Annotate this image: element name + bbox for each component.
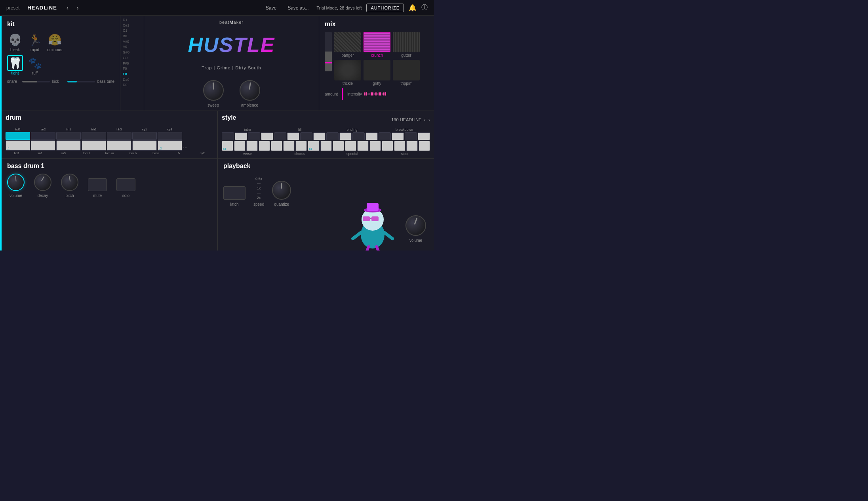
style-pad-b11[interactable] <box>357 141 369 151</box>
note-F0[interactable]: F0 <box>120 66 144 72</box>
style-pad-t1[interactable] <box>222 132 234 140</box>
info-icon[interactable]: ⓘ <box>421 4 428 12</box>
note-C1[interactable]: C#1 <box>120 23 144 29</box>
swatch-crunch[interactable] <box>364 32 390 52</box>
style-pad-b15[interactable] <box>406 141 418 151</box>
drum-white-bd1[interactable]: c1 <box>6 140 30 151</box>
sweep-knob[interactable] <box>203 80 224 101</box>
style-pad-b16[interactable] <box>419 141 430 151</box>
style-pad-t12[interactable] <box>365 132 378 140</box>
swatch-trickle[interactable] <box>334 60 361 80</box>
style-pad-b12[interactable] <box>369 141 381 151</box>
swatch-banger-container[interactable]: banger <box>334 32 361 57</box>
more-drums-button[interactable]: ··· <box>183 144 188 151</box>
bass-drum-pitch-knob[interactable] <box>61 174 78 191</box>
note-D1[interactable]: D1 <box>120 17 144 23</box>
swatch-trickle-container[interactable]: trickle <box>334 60 361 86</box>
kit-instrument-tight[interactable]: 🦷 tight <box>7 55 23 75</box>
style-pad-t7[interactable] <box>300 132 312 140</box>
note-D0[interactable]: D0 <box>120 82 144 88</box>
quantize-knob[interactable] <box>272 181 291 200</box>
note-Gs0[interactable]: G#0 <box>120 50 144 55</box>
drum-pad-hh3[interactable] <box>107 132 131 140</box>
style-pad-b5[interactable] <box>283 141 295 151</box>
drum-pad-cy3[interactable] <box>158 132 182 140</box>
style-pad-b6[interactable] <box>295 141 307 151</box>
style-pad-b1[interactable] <box>234 141 246 151</box>
drum-pad-sn2[interactable] <box>31 132 55 140</box>
style-pad-b13[interactable] <box>382 141 393 151</box>
style-pad-t2[interactable] <box>235 132 247 140</box>
drum-white-tomm[interactable] <box>107 140 131 151</box>
swatch-gutter[interactable] <box>393 32 420 52</box>
note-G0[interactable]: G0 <box>120 55 144 61</box>
style-pad-t16[interactable] <box>418 132 430 140</box>
drum-pad-hh2[interactable] <box>82 132 106 140</box>
drum-pad-hh1[interactable] <box>56 132 81 140</box>
swatch-trippin[interactable] <box>393 60 420 80</box>
style-pad-t10[interactable] <box>339 132 352 140</box>
drum-white-tomh[interactable] <box>132 140 157 151</box>
next-preset-button[interactable]: › <box>75 4 80 12</box>
notifications-icon[interactable]: 🔔 <box>409 4 417 11</box>
drum-white-sn1[interactable] <box>31 140 55 151</box>
kit-instrument-ruff[interactable]: 🐾 ruff <box>27 55 43 75</box>
style-pad-t6[interactable] <box>287 132 299 140</box>
main-volume-knob[interactable] <box>405 215 426 236</box>
style-prev-button[interactable]: ‹ <box>424 117 426 123</box>
style-pad-c3[interactable]: c3 <box>222 141 233 151</box>
authorize-button[interactable]: AUTHORIZE <box>366 4 404 12</box>
swatch-gutter-container[interactable]: gutter <box>393 32 420 57</box>
style-pad-b14[interactable] <box>394 141 405 151</box>
style-pad-t4[interactable] <box>261 132 273 140</box>
style-pad-b10[interactable] <box>345 141 356 151</box>
note-C[interactable]: C1 <box>120 28 144 34</box>
note-B0[interactable]: B0 <box>120 34 144 39</box>
note-Ds0[interactable]: D#0 <box>120 77 144 83</box>
style-pad-t11[interactable] <box>352 132 365 140</box>
style-pad-b3[interactable] <box>259 141 270 151</box>
style-pad-t3[interactable] <box>248 132 260 140</box>
swatch-gritty[interactable] <box>364 60 390 80</box>
drum-white-sn3[interactable] <box>56 140 81 151</box>
drum-pad-cy1[interactable] <box>132 132 157 140</box>
prev-preset-button[interactable]: ‹ <box>65 4 70 12</box>
note-As0[interactable]: A#0 <box>120 39 144 45</box>
save-button[interactable]: Save <box>263 4 280 12</box>
solo-button[interactable] <box>116 178 135 191</box>
swatch-crunch-container[interactable]: crunch <box>364 32 390 57</box>
style-pad-t5[interactable] <box>274 132 286 140</box>
note-Fs0[interactable]: F#0 <box>120 61 144 67</box>
style-next-button[interactable]: › <box>428 117 430 123</box>
swatch-gritty-container[interactable]: gritty <box>364 60 390 86</box>
style-pad-b9[interactable] <box>333 141 344 151</box>
style-pad-t13[interactable] <box>379 132 391 140</box>
kit-instrument-rapid[interactable]: 🏃 rapid <box>27 32 43 52</box>
save-as-button[interactable]: Save as... <box>284 4 312 12</box>
kit-instrument-ominous[interactable]: 😤 ominous <box>47 32 63 52</box>
style-pad-t15[interactable] <box>405 132 417 140</box>
style-pad-b4[interactable] <box>271 141 282 151</box>
style-pad-t9[interactable] <box>326 132 339 140</box>
drum-white-c2[interactable]: c2 <box>158 140 182 151</box>
note-A0[interactable]: A0 <box>120 44 144 50</box>
ambience-knob[interactable] <box>240 80 260 101</box>
mute-button[interactable] <box>88 178 107 191</box>
mix-fader[interactable] <box>325 32 332 71</box>
style-pad-t14[interactable] <box>392 132 404 140</box>
bass-drum-volume-knob[interactable] <box>7 174 25 191</box>
snare-slider[interactable] <box>22 81 50 82</box>
bass-drum-decay-knob[interactable] <box>34 174 51 191</box>
kick-slider[interactable] <box>67 81 95 82</box>
note-E0[interactable]: E0 <box>120 72 144 77</box>
kit-instrument-bleak[interactable]: 💀 bleak <box>7 32 23 52</box>
latch-button[interactable] <box>223 186 246 200</box>
style-pad-t8[interactable] <box>313 132 326 140</box>
swatch-trippin-container[interactable]: trippin' <box>393 60 420 86</box>
style-pad-b2[interactable] <box>246 141 258 151</box>
style-pad-c4[interactable]: c4 <box>308 141 319 151</box>
drum-pad-bd2[interactable] <box>6 132 30 140</box>
drum-white-toml[interactable] <box>82 140 106 151</box>
style-pad-b8[interactable] <box>320 141 332 151</box>
swatch-banger[interactable] <box>334 32 361 52</box>
